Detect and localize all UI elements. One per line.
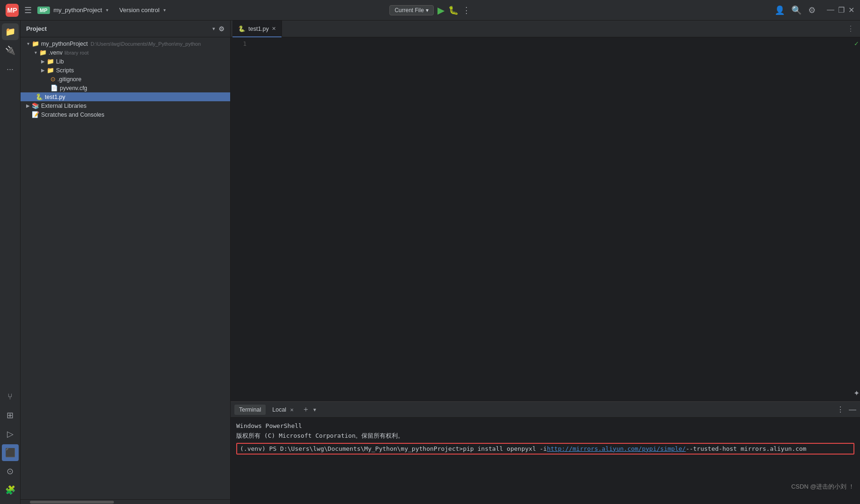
account-icon[interactable]: 👤 [775,5,785,15]
tab-terminal[interactable]: Terminal [234,405,266,415]
scrollbar-thumb [30,501,114,504]
more-options-button[interactable]: ⋮ [462,5,471,15]
sidebar-item-clock[interactable]: ⊙ [2,463,19,480]
sidebar-item-plugins[interactable]: 🔌 [2,42,19,59]
terminal-tabs-right: ⋮ — [837,405,856,414]
scratch-icon: 📝 [32,111,39,118]
window-controls: — ❐ ✕ [827,6,854,14]
python-tab-icon: 🐍 [238,25,246,32]
add-terminal-button[interactable]: ＋ [300,404,311,415]
ai-assistant-icon[interactable]: ✦ [853,389,860,401]
tree-item-venv[interactable]: ▾ 📁 .venv library root [21,48,230,57]
gitignore-icon: ⊙ [50,76,56,83]
command-suffix: --trusted-host mirrors.aliyun.com [686,445,806,452]
terminal-panel: Terminal Local ✕ ＋ ▾ ⋮ — [231,401,860,504]
tab-test1py[interactable]: 🐍 test1.py ✕ [233,21,282,37]
sidebar-title: Project [26,25,212,32]
project-name: my_pythonProject [54,7,102,14]
terminal-tabs: Terminal Local ✕ ＋ ▾ ⋮ — [231,402,860,418]
local-tab-close[interactable]: ✕ [290,407,294,413]
terminal-minimize-icon[interactable]: — [849,406,856,414]
tree-item-scripts[interactable]: ▶ 📁 Scripts [21,66,230,75]
local-tab-label: Local [272,406,286,413]
checkmark-icon: ✓ [854,40,859,47]
folder-icon: 📁 [47,58,54,65]
terminal-line-copyright: 版权所有 (C) Microsoft Corporation。保留所有权利。 [236,431,854,441]
search-icon[interactable]: 🔍 [791,5,802,15]
tree-name: .gitignore [57,76,81,83]
folder-icon: 📁 [32,40,39,47]
sidebar-item-run[interactable]: ▷ [2,426,19,442]
run-config-selector[interactable]: Current File ▾ [389,5,434,15]
tree-item-my-pythonproject[interactable]: ▾ 📁 my_pythonProject D:\Users\lwg\Docume… [21,39,230,48]
tree-item-pyvenvcfg[interactable]: 📄 pyvenv.cfg [21,84,230,92]
folder-icon: 📁 [47,67,54,74]
sidebar-item-git[interactable]: ⑂ [2,388,19,405]
close-button[interactable]: ✕ [848,6,854,14]
tree-arrow: ▾ [32,50,39,55]
sidebar-item-more[interactable]: ··· [2,61,19,77]
tree-name: my_pythonProject [41,41,88,47]
sidebar-gear-icon[interactable]: ⚙ [219,25,225,33]
code-editor[interactable] [251,37,853,401]
tree-name: Scripts [56,67,74,74]
project-badge: MP [37,7,50,14]
terminal-command-line: (.venv) PS D:\Users\lwg\Documents\My_Pyt… [236,443,854,455]
debug-button[interactable]: 🐛 [448,5,458,15]
app-logo: MP [6,4,19,17]
editor-and-terminal: 1 ✓ ✦ Terminal Local [231,37,860,504]
tree-name: pyvenv.cfg [60,85,87,91]
terminal-tabs-left: Terminal Local ✕ ＋ ▾ [234,404,316,415]
version-control-label[interactable]: Version control [120,7,160,14]
sidebar-item-project[interactable]: 📁 [2,23,19,40]
sidebar-title-arrow[interactable]: ▾ [212,26,215,31]
tab-close-button[interactable]: ✕ [272,26,276,32]
settings-icon[interactable]: ⚙ [808,5,816,15]
run-button[interactable]: ▶ [437,5,444,16]
command-prefix: (.venv) PS D:\Users\lwg\Documents\My_Pyt… [240,445,463,452]
sidebar-item-puzzle[interactable]: 🧩 [2,482,19,498]
top-bar-right: 👤 🔍 ⚙ — ❐ ✕ [471,5,854,15]
icon-bar: 📁 🔌 ··· ⑂ ⊞ ▷ ⬛ ⊙ 🧩 [0,21,21,504]
top-bar-center: Current File ▾ ▶ 🐛 ⋮ [389,5,471,16]
tree-item-lib[interactable]: ▶ 📁 Lib [21,57,230,66]
tree-item-scratches[interactable]: 📝 Scratches and Consoles [21,110,230,119]
folder-icon: 📁 [39,49,47,56]
tab-bar-more-icon[interactable]: ⋮ [847,24,854,33]
tree-arrow: ▾ [24,41,32,46]
tree-name: .venv [49,49,63,56]
terminal-dropdown-button[interactable]: ▾ [313,406,316,413]
run-config-arrow: ▾ [426,7,429,14]
sidebar-item-terminal[interactable]: ⬛ [2,444,19,461]
tree-item-external-libs[interactable]: ▶ 📚 External Libraries [21,101,230,110]
terminal-options-icon[interactable]: ⋮ [837,405,844,414]
version-control-arrow[interactable]: ▾ [163,7,166,13]
file-tree: ▾ 📁 my_pythonProject D:\Users\lwg\Docume… [21,37,230,499]
tree-name: External Libraries [41,103,86,109]
icon-bar-bottom: ⑂ ⊞ ▷ ⬛ ⊙ 🧩 [2,388,19,504]
sidebar-item-layers[interactable]: ⊞ [2,407,19,424]
maximize-button[interactable]: ❐ [838,6,845,14]
tab-label: test1.py [248,26,269,32]
editor-area: 🐍 test1.py ✕ ⋮ 1 ✓ ✦ [231,21,860,504]
editor-content[interactable]: 1 ✓ ✦ [231,37,860,401]
main-layout: 📁 🔌 ··· ⑂ ⊞ ▷ ⬛ ⊙ 🧩 Project ▾ ⚙ ▾ 📁 my_p… [0,21,860,504]
tree-name: Scratches and Consoles [41,112,105,118]
editor-gutter-right: ✓ ✦ [853,37,860,401]
tree-arrow: ▶ [39,59,47,64]
python-icon: 🐍 [35,93,43,100]
tree-name: Lib [56,58,64,65]
tree-item-test1py[interactable]: 🐍 test1.py [21,92,230,101]
command-link[interactable]: http://mirrors.aliyun.com/pypi/simple/ [547,445,685,452]
hamburger-icon[interactable]: ☰ [22,3,34,17]
tree-item-gitignore[interactable]: ⊙ .gitignore [21,75,230,84]
sidebar-scrollbar[interactable] [21,499,230,504]
tree-path: D:\Users\lwg\Documents\My_Python\my_pyth… [91,41,201,47]
terminal-body[interactable]: Windows PowerShell 版权所有 (C) Microsoft Co… [231,418,860,504]
minimize-button[interactable]: — [827,6,834,14]
project-dropdown-arrow[interactable]: ▾ [106,7,108,13]
tab-local[interactable]: Local ✕ [268,405,298,415]
copyright-text: 版权所有 (C) Microsoft Corporation。保留所有权利。 [236,432,404,439]
tabs: 🐍 test1.py ✕ [233,21,282,37]
line-number-1: 1 [231,40,247,47]
